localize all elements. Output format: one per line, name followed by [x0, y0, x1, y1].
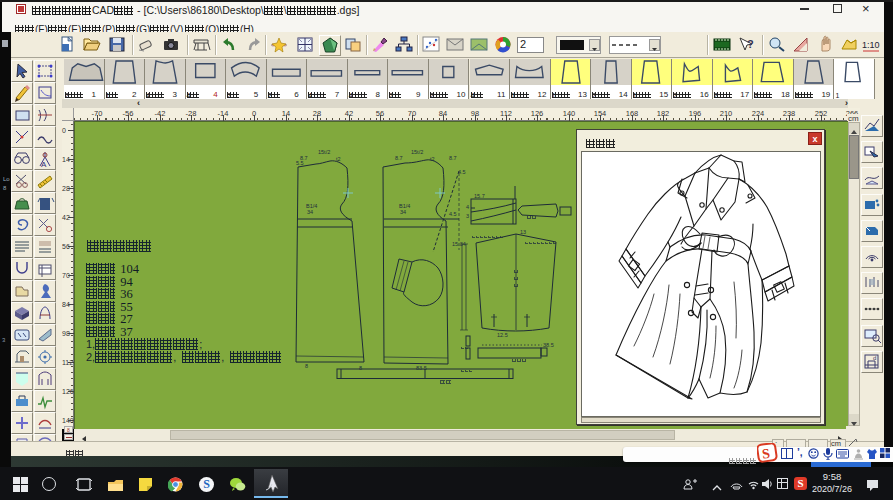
svg-text:?: ? [747, 38, 754, 50]
svg-text:1:10: 1:10 [862, 40, 880, 50]
svg-text:d: d [873, 355, 876, 361]
svg-text:A: A [41, 160, 47, 169]
